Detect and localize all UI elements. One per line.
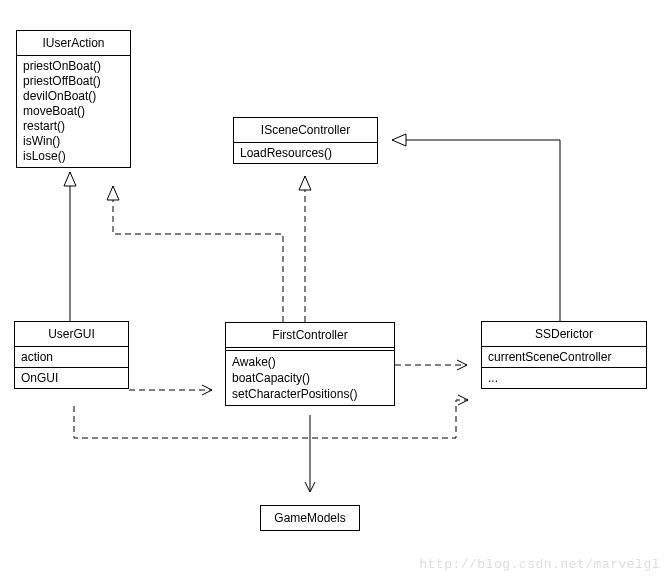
class-firstcontroller: FirstController Awake() boatCapacity() s… [225,322,395,406]
method: setCharacterPositions() [232,386,388,402]
class-methods: priestOnBoat() priestOffBoat() devilOnBo… [17,56,130,167]
edge-ssderictor-iscenecontroller [392,140,560,321]
method: priestOnBoat() [23,59,124,74]
class-iuseraction: IUserAction priestOnBoat() priestOffBoat… [16,30,131,168]
class-title: GameModels [261,506,359,530]
class-attrs: action [15,347,128,368]
class-iscenecontroller: ISceneController LoadResources() [233,117,378,164]
class-methods: LoadResources() [234,143,377,163]
class-ops: OnGUI [15,368,128,388]
method: boatCapacity() [232,370,388,386]
class-title: IUserAction [17,31,130,56]
method: Awake() [232,354,388,370]
watermark: http://blog.csdn.net/marvelgl [419,557,660,572]
class-gamemodels: GameModels [260,505,360,531]
class-methods: Awake() boatCapacity() setCharacterPosit… [226,351,394,405]
class-usergui: UserGUI action OnGUI [14,321,129,389]
class-ops: ... [482,368,646,388]
attr: action [21,350,122,364]
method: LoadResources() [240,146,371,160]
method: devilOnBoat() [23,89,124,104]
class-ssderictor: SSDerictor currentSceneController ... [481,321,647,389]
edge-firstcontroller-iuseraction [113,186,283,322]
class-title: FirstController [226,323,394,348]
class-title: UserGUI [15,322,128,347]
attr: currentSceneController [488,350,640,364]
method: isLose() [23,149,124,164]
class-title: SSDerictor [482,322,646,347]
class-title: ISceneController [234,118,377,143]
class-attrs: currentSceneController [482,347,646,368]
method: isWin() [23,134,124,149]
method: moveBoat() [23,104,124,119]
method: priestOffBoat() [23,74,124,89]
op: ... [488,371,640,385]
op: OnGUI [21,371,122,385]
method: restart() [23,119,124,134]
